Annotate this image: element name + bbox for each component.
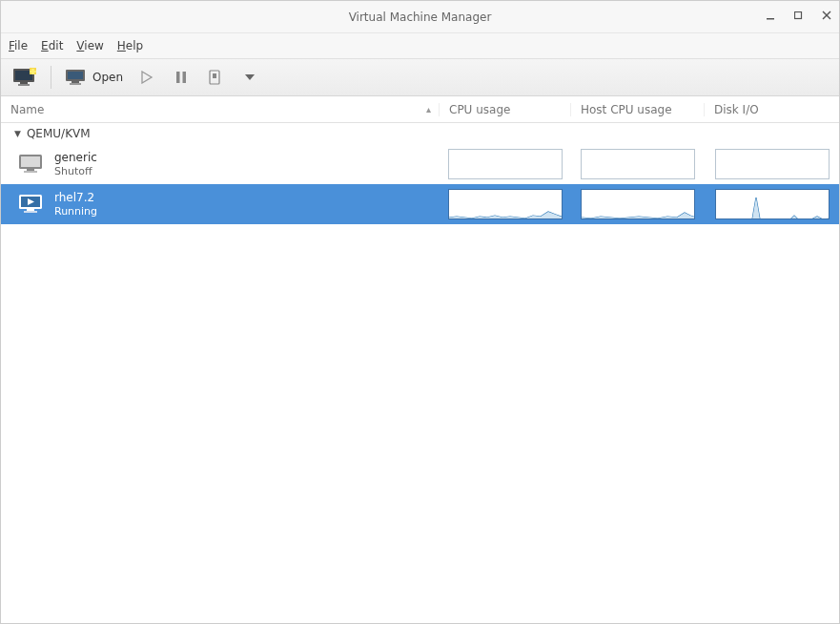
sort-indicator-icon: ▴ [426,104,431,114]
svg-rect-22 [27,169,34,171]
svg-rect-13 [70,83,81,85]
hostcpu-graph-cell [571,184,705,224]
svg-rect-18 [213,73,216,78]
column-header-diskio-label: Disk I/O [714,103,759,116]
vm-row-rhel72[interactable]: rhel7.2 Running [1,184,839,224]
vm-name-cell: generic Shutoff [1,144,440,184]
chevron-down-icon [244,73,256,81]
monitor-off-icon [18,154,45,175]
column-header-cpu[interactable]: CPU usage [440,103,571,116]
host-cpu-sparkline [581,149,695,179]
open-console-button[interactable]: Open [61,64,127,91]
svg-marker-14 [142,72,152,83]
maximize-icon [794,11,803,20]
pause-button[interactable] [167,64,195,91]
menubar: File Edit View Help [1,33,839,58]
minimize-icon [767,11,775,20]
menu-file[interactable]: File [9,39,28,52]
window-title: Virtual Machine Manager [1,10,839,24]
menu-help[interactable]: Help [117,39,143,52]
vm-status-label: Shutoff [54,165,97,177]
play-icon [140,71,154,84]
shutdown-button[interactable] [201,64,230,91]
svg-rect-12 [72,81,79,83]
connection-row[interactable]: ▼ QEMU/KVM [1,123,839,144]
vm-labels: rhel7.2 Running [54,191,97,218]
menu-file-rest: ile [14,39,28,52]
column-header-name-label: Name [10,103,44,116]
titlebar: Virtual Machine Manager [1,1,839,33]
svg-rect-15 [176,72,180,83]
svg-rect-7 [18,84,30,86]
toolbar: Open [1,58,839,96]
cpu-usage-sparkline [448,149,563,179]
run-button[interactable] [133,64,161,91]
menu-help-rest: elp [126,39,143,52]
connection-label: QEMU/KVM [27,127,91,140]
monitor-icon [65,69,88,86]
svg-rect-0 [767,18,774,20]
svg-rect-11 [68,72,83,79]
vm-name-label: rhel7.2 [54,191,97,204]
diskio-graph-cell [705,144,839,184]
diskio-graph-cell [705,184,839,224]
window-controls [767,10,831,23]
sparkline-icon [449,190,563,219]
menu-edit[interactable]: Edit [41,39,63,52]
new-vm-icon [12,68,37,87]
shutdown-menu-button[interactable] [236,64,264,91]
svg-rect-28 [24,211,37,213]
new-vm-button[interactable] [9,64,41,91]
shutdown-icon [208,69,223,86]
menu-view-rest: iew [84,39,104,52]
hostcpu-graph-cell [571,144,705,184]
monitor-running-icon [18,194,45,215]
vm-name-label: generic [54,151,97,164]
cpu-graph-cell [440,144,571,184]
vm-list: ▼ QEMU/KVM generic Shutoff [1,123,839,623]
disclosure-triangle-icon[interactable]: ▼ [14,129,21,138]
cpu-usage-sparkline [448,189,563,219]
column-header-name[interactable]: Name ▴ [1,103,440,116]
disk-io-sparkline [715,149,830,179]
vm-row-generic[interactable]: generic Shutoff [1,144,839,184]
cpu-graph-cell [440,184,571,224]
close-button[interactable] [822,10,831,23]
svg-rect-21 [21,156,40,167]
column-header-hostcpu[interactable]: Host CPU usage [571,103,705,116]
vm-status-label: Running [54,205,97,218]
host-cpu-sparkline [581,189,695,219]
column-header-cpu-label: CPU usage [449,103,510,116]
svg-rect-1 [795,12,802,19]
column-headers: Name ▴ CPU usage Host CPU usage Disk I/O [1,96,839,123]
vm-labels: generic Shutoff [54,151,97,177]
svg-rect-27 [27,209,34,211]
sparkline-icon [582,190,695,219]
close-icon [822,10,831,20]
vm-name-cell: rhel7.2 Running [1,184,440,224]
pause-icon [174,71,188,84]
svg-marker-19 [245,74,255,80]
menu-view[interactable]: View [76,39,103,52]
maximize-button[interactable] [794,10,803,23]
svg-rect-6 [20,82,28,84]
sparkline-icon [716,190,830,219]
column-header-hostcpu-label: Host CPU usage [581,103,672,116]
svg-rect-23 [24,171,37,173]
menu-edit-rest: dit [49,39,64,52]
minimize-button[interactable] [767,10,775,23]
column-header-diskio[interactable]: Disk I/O [705,103,839,116]
open-button-label: Open [92,71,123,84]
toolbar-separator [51,66,51,89]
svg-rect-16 [183,72,187,83]
disk-io-sparkline [715,189,830,219]
